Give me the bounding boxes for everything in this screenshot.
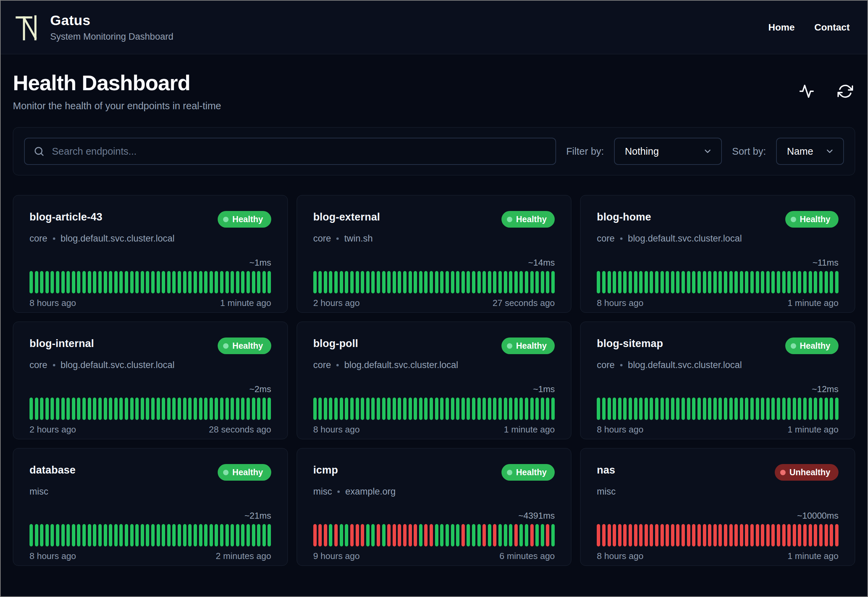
status-bar[interactable] [692, 524, 695, 547]
status-bar[interactable] [178, 524, 181, 547]
status-bar[interactable] [167, 398, 170, 420]
status-bar[interactable] [483, 398, 486, 420]
status-bar[interactable] [467, 271, 470, 293]
uptime-bars[interactable] [30, 398, 271, 420]
status-bar[interactable] [141, 398, 144, 420]
status-bar[interactable] [361, 271, 364, 293]
status-bar[interactable] [446, 271, 449, 293]
status-bar[interactable] [607, 271, 611, 293]
status-bar[interactable] [650, 524, 653, 547]
uptime-bars[interactable] [30, 524, 271, 547]
status-bar[interactable] [236, 398, 239, 420]
status-bar[interactable] [183, 398, 187, 420]
status-bar[interactable] [56, 398, 59, 420]
status-bar[interactable] [650, 271, 653, 293]
status-bar[interactable] [114, 271, 118, 293]
sort-select[interactable]: Name [776, 138, 844, 165]
status-bar[interactable] [724, 524, 727, 547]
status-bar[interactable] [366, 398, 370, 420]
status-bar[interactable] [231, 398, 234, 420]
status-bar[interactable] [461, 524, 465, 547]
status-bar[interactable] [655, 524, 658, 547]
status-bar[interactable] [718, 271, 722, 293]
status-bar[interactable] [40, 271, 43, 293]
status-bar[interactable] [541, 524, 544, 547]
status-bar[interactable] [167, 271, 170, 293]
status-bar[interactable] [602, 398, 606, 420]
status-bar[interactable] [623, 398, 627, 420]
status-bar[interactable] [729, 398, 733, 420]
status-bar[interactable] [681, 524, 685, 547]
status-bar[interactable] [46, 398, 49, 420]
status-bar[interactable] [520, 398, 523, 420]
status-bar[interactable] [61, 398, 65, 420]
status-bar[interactable] [419, 524, 422, 547]
status-bar[interactable] [729, 271, 733, 293]
status-bar[interactable] [514, 398, 518, 420]
status-bar[interactable] [257, 398, 261, 420]
status-bar[interactable] [67, 524, 70, 547]
status-bar[interactable] [703, 271, 706, 293]
status-bar[interactable] [629, 524, 632, 547]
status-bar[interactable] [809, 524, 812, 547]
status-bar[interactable] [446, 398, 449, 420]
status-bar[interactable] [215, 524, 218, 547]
status-bar[interactable] [698, 524, 701, 547]
status-bar[interactable] [607, 524, 611, 547]
status-bar[interactable] [623, 271, 627, 293]
status-bar[interactable] [803, 398, 807, 420]
status-bar[interactable] [745, 271, 748, 293]
status-bar[interactable] [77, 271, 80, 293]
status-bar[interactable] [393, 524, 396, 547]
status-bar[interactable] [210, 271, 213, 293]
status-bar[interactable] [488, 271, 491, 293]
status-bar[interactable] [104, 271, 107, 293]
status-bar[interactable] [199, 398, 202, 420]
status-bar[interactable] [114, 398, 118, 420]
uptime-bars[interactable] [30, 271, 271, 293]
status-bar[interactable] [109, 271, 112, 293]
status-bar[interactable] [814, 398, 817, 420]
status-bar[interactable] [56, 524, 59, 547]
status-bar[interactable] [371, 398, 375, 420]
status-bar[interactable] [708, 524, 711, 547]
status-bar[interactable] [661, 398, 664, 420]
status-bar[interactable] [634, 398, 637, 420]
status-bar[interactable] [393, 398, 396, 420]
status-bar[interactable] [477, 398, 481, 420]
status-bar[interactable] [761, 271, 764, 293]
status-bar[interactable] [483, 524, 486, 547]
status-bar[interactable] [88, 524, 91, 547]
status-bar[interactable] [318, 524, 322, 547]
status-bar[interactable] [114, 524, 118, 547]
status-bar[interactable] [655, 398, 658, 420]
status-bar[interactable] [634, 271, 637, 293]
status-bar[interactable] [613, 398, 616, 420]
status-bar[interactable] [355, 398, 359, 420]
status-bar[interactable] [340, 398, 343, 420]
status-bar[interactable] [551, 271, 555, 293]
status-bar[interactable] [204, 398, 207, 420]
status-bar[interactable] [215, 398, 218, 420]
status-bar[interactable] [350, 271, 354, 293]
status-bar[interactable] [488, 398, 491, 420]
status-bar[interactable] [50, 398, 54, 420]
status-bar[interactable] [371, 524, 375, 547]
status-bar[interactable] [194, 524, 197, 547]
status-bar[interactable] [509, 271, 513, 293]
status-bar[interactable] [703, 524, 706, 547]
status-bar[interactable] [440, 524, 443, 547]
status-bar[interactable] [329, 271, 332, 293]
status-bar[interactable] [766, 524, 770, 547]
status-bar[interactable] [125, 524, 128, 547]
status-bar[interactable] [718, 524, 722, 547]
status-bar[interactable] [72, 398, 75, 420]
status-bar[interactable] [814, 271, 817, 293]
status-bar[interactable] [225, 271, 229, 293]
status-bar[interactable] [644, 524, 648, 547]
status-bar[interactable] [718, 398, 722, 420]
status-bar[interactable] [777, 271, 780, 293]
status-bar[interactable] [825, 271, 828, 293]
uptime-bars[interactable] [597, 398, 838, 420]
status-bar[interactable] [639, 524, 643, 547]
